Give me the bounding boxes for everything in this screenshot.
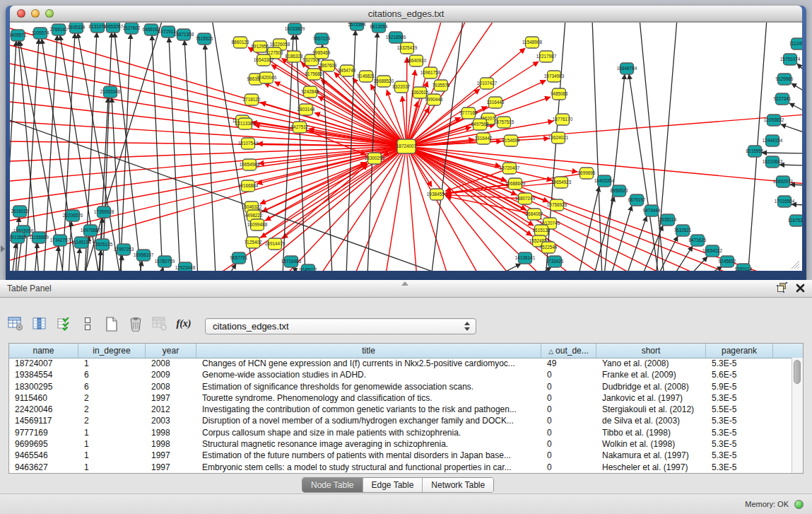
graph-node[interactable]: 7935576 (433, 80, 450, 91)
network-canvas[interactable]: 1872400718300295193845549405571110557427… (10, 22, 802, 271)
graph-node[interactable]: 2769140 (50, 24, 68, 35)
minimize-traffic-light-icon[interactable] (31, 9, 40, 18)
graph-node[interactable]: 1527602 (123, 23, 141, 34)
resize-grip-icon[interactable] (792, 261, 799, 269)
column-header-in_degree[interactable]: in_degree (78, 344, 146, 358)
function-builder-icon[interactable]: f(x) (175, 315, 192, 332)
graph-node[interactable]: 19384554 (427, 189, 447, 200)
graph-node[interactable]: 17016504 (775, 196, 795, 207)
graph-node[interactable]: 9990448 (425, 94, 443, 105)
graph-node[interactable]: 19218986 (386, 32, 406, 43)
graph-node[interactable]: 9129966 (776, 74, 794, 85)
table-row[interactable]: 1830029562008Estimation of significance … (9, 381, 792, 392)
graph-node[interactable]: 10107427 (477, 78, 498, 89)
graph-node[interactable]: 8186328 (286, 51, 303, 62)
graph-node[interactable]: 16403354 (594, 175, 615, 187)
graph-node[interactable]: 5572394 (348, 23, 366, 30)
graph-node[interactable]: 1316443 (487, 97, 505, 108)
collapsed-panel-arrow-icon[interactable] (1, 245, 5, 252)
table-row[interactable]: 1456911722003Disruption of a novel membe… (9, 415, 792, 426)
tab-node-table[interactable]: Node Table (302, 478, 363, 492)
graph-node[interactable]: 9245012 (300, 264, 317, 271)
graph-node[interactable]: 15751074 (780, 54, 801, 65)
graph-node[interactable]: 8175685 (305, 69, 323, 80)
table-row[interactable]: 969969511998Structural magnetic resonanc… (9, 438, 792, 450)
graph-node[interactable]: 16961758 (420, 67, 441, 78)
table-row[interactable]: 1872400712008Changes of HCN gene express… (9, 358, 792, 369)
float-window-icon[interactable] (777, 282, 787, 296)
graph-node[interactable]: 16782759 (155, 256, 175, 267)
toggle-view-icon[interactable] (79, 315, 96, 332)
tab-edge-table[interactable]: Edge Table (363, 478, 423, 492)
graph-node[interactable]: 1105574 (32, 28, 49, 39)
graph-node[interactable]: 1733426 (546, 256, 564, 267)
graph-node[interactable]: 1615132 (533, 225, 551, 236)
table-selector-dropdown[interactable]: citations_edges.txt (205, 318, 476, 334)
close-traffic-light-icon[interactable] (17, 9, 25, 18)
new-table-icon[interactable] (103, 315, 120, 332)
graph-node[interactable]: 9245652 (719, 256, 736, 267)
graph-node[interactable]: 9699695 (578, 168, 596, 179)
graph-node[interactable]: 2935114 (659, 214, 677, 226)
column-header-title[interactable]: title (196, 344, 541, 358)
graph-node[interactable]: 1167533 (788, 215, 802, 226)
graph-node[interactable]: 13325419 (397, 42, 418, 54)
graph-node[interactable]: 7522544 (540, 242, 558, 253)
column-header-short[interactable]: short (596, 344, 706, 358)
graph-node[interactable]: 8471626 (689, 235, 707, 246)
graph-node[interactable]: 9227341 (774, 93, 792, 105)
graph-node[interactable]: 8427512 (291, 122, 309, 133)
column-header-out_degree[interactable]: △out_de... (541, 344, 596, 358)
graph-node[interactable]: 10653267 (103, 23, 124, 33)
graph-node[interactable]: 1112450 (789, 38, 802, 49)
graph-node[interactable]: 16033809 (285, 23, 305, 35)
table-row[interactable]: 946554611997Estimation of the future num… (9, 450, 792, 461)
table-row[interactable]: 911546021997Tourette syndrome. Phenomeno… (9, 392, 792, 404)
show-columns-icon[interactable] (31, 315, 48, 332)
table-scrollbar[interactable] (792, 358, 803, 473)
table-row[interactable]: 1938455462009Genome-wide association stu… (9, 369, 792, 380)
graph-node[interactable]: 15716485 (281, 256, 302, 267)
graph-node[interactable]: 7485083 (551, 88, 568, 100)
graph-node[interactable]: 16210643 (763, 156, 783, 168)
graph-node[interactable]: 15688520 (374, 76, 394, 87)
graph-node[interactable]: 8958923 (611, 185, 628, 197)
graph-node[interactable]: 9350114 (735, 264, 753, 271)
select-rows-icon[interactable] (55, 315, 72, 332)
graph-node[interactable]: 8860123 (232, 37, 249, 48)
graph-node[interactable]: 19654923 (551, 177, 572, 188)
graph-node[interactable]: 2684067 (526, 209, 543, 220)
graph-node[interactable]: 12217987 (536, 51, 557, 62)
tab-network-table[interactable]: Network Table (423, 478, 493, 492)
graph-node[interactable]: 18724007 (396, 139, 417, 153)
column-header-name[interactable]: name (9, 344, 78, 358)
graph-node[interactable]: 9777169 (460, 107, 478, 119)
column-header-pagerank[interactable]: pagerank (706, 344, 773, 358)
graph-node[interactable]: 13505135 (93, 239, 113, 250)
graph-node[interactable]: 7125402 (245, 237, 262, 248)
graph-node[interactable]: 10654112 (702, 245, 722, 257)
graph-node[interactable]: 9474444 (643, 205, 661, 216)
graph-node[interactable]: 12923448 (175, 262, 196, 271)
graph-node[interactable]: 9405571 (10, 30, 27, 41)
graph-node[interactable]: 2316442 (475, 133, 493, 144)
graph-node[interactable]: 8322037 (393, 81, 411, 93)
graph-node[interactable]: 11548908 (522, 37, 542, 48)
graph-node[interactable]: 2718120 (243, 94, 261, 105)
close-panel-icon[interactable] (796, 283, 805, 296)
table-row[interactable]: 2242004622012Investigating the contribut… (9, 404, 792, 415)
graph-node[interactable]: 9985469 (313, 47, 331, 59)
graph-node[interactable]: 9154694 (502, 135, 520, 146)
graph-node[interactable]: 2616015 (11, 206, 29, 217)
graph-node[interactable]: 18776170 (553, 114, 573, 125)
table-settings-icon[interactable] (7, 315, 24, 332)
zoom-traffic-light-icon[interactable] (45, 9, 54, 18)
network-window-titlebar[interactable]: citations_edges.txt (10, 6, 802, 22)
trash-icon[interactable] (127, 315, 144, 332)
graph-node[interactable]: 9146821 (358, 71, 375, 82)
graph-node[interactable]: 15692971 (773, 176, 794, 187)
graph-node[interactable]: 2803144 (298, 104, 315, 115)
graph-node[interactable]: 12444154 (763, 135, 783, 146)
graph-node[interactable]: 3913569 (10, 232, 27, 243)
graph-node[interactable]: 18107544 (238, 138, 259, 149)
